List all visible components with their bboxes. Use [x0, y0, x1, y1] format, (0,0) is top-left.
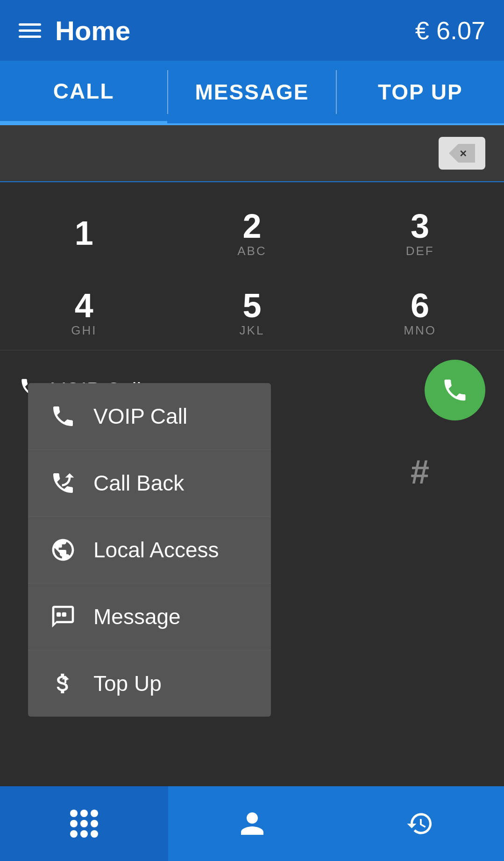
nav-item-history[interactable]	[336, 786, 504, 861]
svg-text:✕: ✕	[459, 149, 467, 159]
callback-icon	[47, 467, 79, 499]
key-2-letters: ABC	[237, 244, 266, 258]
call-button-icon	[441, 376, 469, 404]
nav-item-dialpad[interactable]	[0, 786, 168, 861]
phone-icon	[47, 400, 79, 433]
money-icon	[47, 667, 79, 700]
tab-bar: CALL MESSAGE TOP UP	[0, 61, 504, 125]
dropdown-item-voip[interactable]: VOIP Call	[28, 383, 271, 450]
key-2-num: 2	[242, 209, 261, 243]
header-left: Home	[19, 15, 130, 46]
dial-area: 1 2 ABC 3 DEF 4 GHI 5 JKL 6	[0, 182, 504, 509]
tab-topup[interactable]: TOP UP	[337, 61, 504, 123]
key-6-letters: MNO	[404, 323, 436, 338]
message-icon	[47, 600, 79, 633]
key-1-num: 1	[75, 216, 93, 250]
keypad-row-1: 1 2 ABC 3 DEF	[0, 196, 504, 271]
svg-rect-1	[57, 612, 61, 617]
keypad-row-2: 4 GHI 5 JKL 6 MNO	[0, 276, 504, 350]
dropdown-item-local[interactable]: Local Access	[28, 517, 271, 583]
dropdown-item-message[interactable]: Message	[28, 583, 271, 650]
key-5-num: 5	[242, 289, 261, 322]
key-4[interactable]: 4 GHI	[14, 276, 154, 350]
backspace-button[interactable]: ✕	[439, 137, 485, 170]
key-hash[interactable]: #	[350, 434, 490, 509]
globe-icon	[47, 534, 79, 566]
phone-input[interactable]	[19, 135, 439, 172]
dropdown-item-callback[interactable]: Call Back	[28, 450, 271, 517]
bottom-nav	[0, 786, 504, 861]
dropdown-local-label: Local Access	[93, 537, 219, 562]
key-6[interactable]: 6 MNO	[350, 276, 490, 350]
balance-display: € 6.07	[415, 16, 485, 45]
dropdown-voip-label: VOIP Call	[93, 404, 187, 429]
key-2[interactable]: 2 ABC	[182, 196, 322, 271]
tab-call[interactable]: CALL	[0, 61, 167, 123]
key-3[interactable]: 3 DEF	[350, 196, 490, 271]
header: Home € 6.07	[0, 0, 504, 61]
dropdown-message-label: Message	[93, 604, 181, 629]
page-title: Home	[55, 15, 130, 46]
key-5-letters: JKL	[240, 323, 265, 338]
dropdown-topup-label: Top Up	[93, 671, 162, 696]
nav-item-contacts[interactable]	[168, 786, 336, 861]
key-4-num: 4	[75, 289, 93, 322]
dropdown-callback-label: Call Back	[93, 470, 184, 496]
key-hash-num: #	[411, 453, 429, 491]
key-6-num: 6	[411, 289, 429, 322]
dialpad-icon	[70, 810, 98, 838]
history-icon	[406, 810, 434, 838]
key-4-letters: GHI	[71, 323, 97, 338]
dropdown-item-topup[interactable]: Top Up	[28, 650, 271, 717]
key-1[interactable]: 1	[14, 196, 154, 271]
key-3-num: 3	[411, 209, 429, 243]
key-3-letters: DEF	[406, 244, 434, 258]
call-button[interactable]	[425, 360, 485, 420]
phone-input-area: ✕	[0, 125, 504, 182]
backspace-icon: ✕	[449, 144, 475, 163]
contacts-icon	[238, 810, 266, 838]
key-5[interactable]: 5 JKL	[182, 276, 322, 350]
dropdown-menu: VOIP Call Call Back Local Access	[28, 383, 271, 717]
tab-message[interactable]: MESSAGE	[168, 61, 335, 123]
svg-rect-2	[62, 612, 66, 617]
menu-button[interactable]	[19, 23, 41, 38]
